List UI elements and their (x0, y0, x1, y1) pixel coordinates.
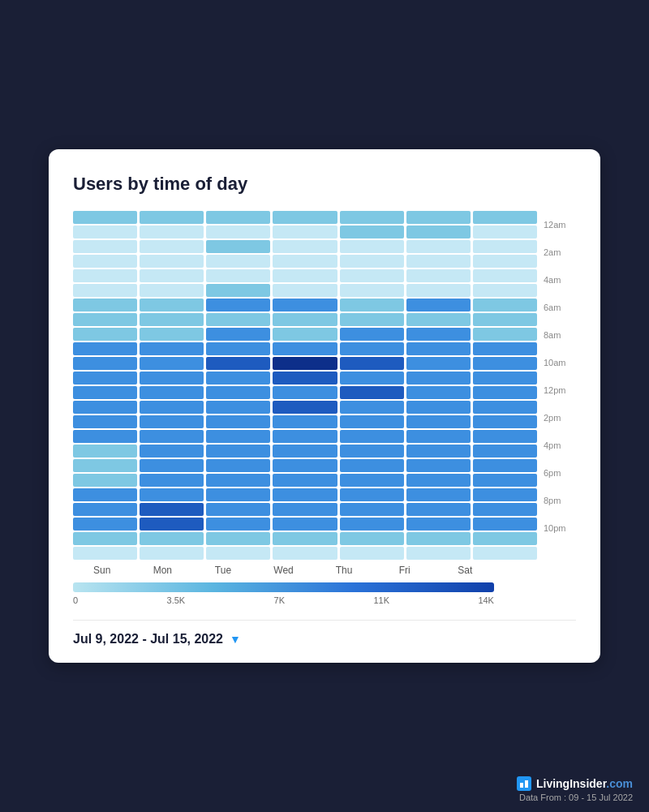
heatmap-cell (473, 445, 537, 458)
heatmap-cell (206, 488, 270, 501)
heatmap-cell (140, 445, 204, 458)
heatmap-cell (340, 459, 404, 472)
heatmap-row (73, 518, 537, 531)
heatmap-cell (473, 226, 537, 238)
heatmap-cell (473, 547, 537, 560)
heatmap-cell (73, 488, 137, 501)
heatmap-cell (73, 240, 137, 253)
heatmap-cell (273, 284, 337, 297)
heatmap-cell (273, 401, 337, 414)
heatmap-cell (340, 532, 404, 545)
heatmap-cell (140, 503, 204, 516)
heatmap-cell (206, 474, 270, 487)
heatmap-cell (140, 313, 204, 326)
legend-bar (73, 582, 494, 592)
heatmap-cell (140, 240, 204, 253)
heatmap-cell (406, 401, 471, 414)
heatmap-area: SunMonTueWedThuFriSat 03.5K7K11K14K (73, 211, 537, 605)
heatmap-cell (473, 430, 537, 443)
heatmap-row (73, 342, 537, 355)
heatmap-cell (140, 372, 204, 385)
heatmap-cell (273, 313, 337, 326)
legend-label: 14K (478, 595, 494, 605)
heatmap-cell (140, 488, 204, 501)
heatmap-cell (406, 518, 471, 531)
heatmap-cell (340, 547, 404, 560)
heatmap-cell (406, 547, 471, 560)
heatmap-cell (473, 459, 537, 472)
heatmap-cell (140, 299, 204, 311)
heatmap-cell (73, 299, 137, 311)
heatmap-cell (273, 518, 337, 531)
heatmap-cell (273, 342, 337, 355)
heatmap-cell (406, 445, 471, 458)
main-card: Users by time of day SunMonTueWedThuFriS… (49, 149, 600, 663)
heatmap-cell (273, 299, 337, 311)
heatmap-cell (340, 518, 404, 531)
heatmap-cell (206, 445, 270, 458)
time-label: 4pm (544, 432, 576, 459)
legend-container: 03.5K7K11K14K (73, 582, 537, 605)
heatmap-cell (140, 269, 204, 282)
dropdown-icon[interactable]: ▼ (230, 633, 241, 646)
heatmap-cell (206, 313, 270, 326)
heatmap-row (73, 503, 537, 516)
heatmap-cell (206, 518, 270, 531)
legend-label: 11K (373, 595, 389, 605)
heatmap-cell (406, 211, 471, 224)
heatmap-cell (340, 357, 404, 370)
heatmap-row (73, 488, 537, 501)
legend-label: 7K (274, 595, 285, 605)
heatmap-cell (140, 328, 204, 341)
heatmap-cell (340, 299, 404, 311)
heatmap-cell (340, 240, 404, 253)
heatmap-cell (340, 313, 404, 326)
heatmap-row (73, 284, 537, 297)
heatmap-cell (273, 240, 337, 253)
heatmap-cell (73, 255, 137, 268)
heatmap-row (73, 313, 537, 326)
heatmap-cell (406, 284, 471, 297)
heatmap-cell (140, 401, 204, 414)
heatmap-cell (206, 299, 270, 311)
heatmap-cell (140, 415, 204, 428)
heatmap-cell (206, 372, 270, 385)
heatmap-cell (406, 342, 471, 355)
heatmap-cell (473, 269, 537, 282)
time-label: 12pm (544, 376, 576, 404)
heatmap-cell (473, 503, 537, 516)
heatmap-row (73, 269, 537, 282)
heatmap-cell (473, 240, 537, 253)
heatmap-row (73, 299, 537, 311)
day-label: Sun (73, 565, 131, 576)
heatmap-cell (406, 532, 471, 545)
heatmap-row (73, 401, 537, 414)
heatmap-cell (406, 299, 471, 311)
heatmap-cell (73, 445, 137, 458)
heatmap-cell (406, 255, 471, 268)
heatmap-cell (73, 474, 137, 487)
heatmap-cell (273, 430, 337, 443)
svg-rect-0 (520, 783, 523, 788)
heatmap-cell (206, 211, 270, 224)
heatmap-cell (206, 415, 270, 428)
heatmap-cell (73, 357, 137, 370)
day-label: Thu (315, 565, 373, 576)
heatmap-cell (340, 372, 404, 385)
time-label: 2am (544, 238, 576, 266)
heatmap-cell (473, 313, 537, 326)
heatmap-cell (73, 532, 137, 545)
heatmap-row (73, 386, 537, 399)
heatmap-cell (206, 547, 270, 560)
heatmap-cell (340, 430, 404, 443)
time-label: 2pm (544, 404, 576, 432)
heatmap-cell (406, 474, 471, 487)
heatmap-cell (140, 342, 204, 355)
heatmap-cell (140, 284, 204, 297)
date-row[interactable]: Jul 9, 2022 - Jul 15, 2022 ▼ (73, 632, 576, 647)
heatmap-cell (273, 357, 337, 370)
heatmap-cell (140, 518, 204, 531)
heatmap-cell (273, 415, 337, 428)
heatmap-cell (473, 518, 537, 531)
heatmap-cell (273, 488, 337, 501)
